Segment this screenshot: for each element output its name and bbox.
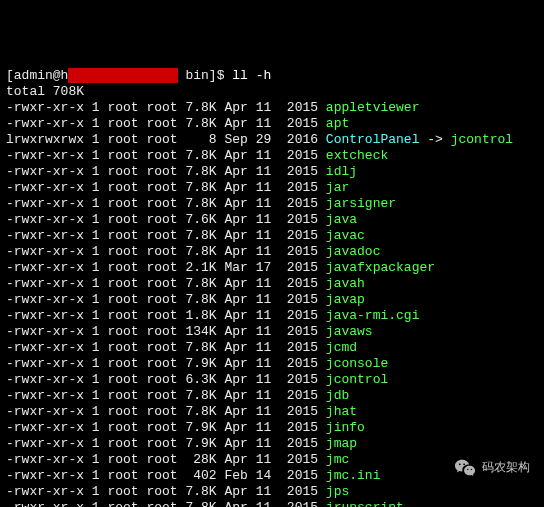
file-name: jmap bbox=[326, 436, 357, 451]
file-row: -rwxr-xr-x 1 root root 7.8K Apr 11 2015 … bbox=[6, 500, 538, 507]
file-name: jar bbox=[326, 180, 349, 195]
file-name: ControlPanel bbox=[326, 132, 420, 147]
file-name: jhat bbox=[326, 404, 357, 419]
file-row: -rwxr-xr-x 1 root root 7.8K Apr 11 2015 … bbox=[6, 292, 538, 308]
file-row: -rwxr-xr-x 1 root root 7.8K Apr 11 2015 … bbox=[6, 340, 538, 356]
file-name: javaws bbox=[326, 324, 373, 339]
file-name: jmc.ini bbox=[326, 468, 381, 483]
file-name: javah bbox=[326, 276, 365, 291]
file-row: -rwxr-xr-x 1 root root 7.8K Apr 11 2015 … bbox=[6, 196, 538, 212]
file-name: jinfo bbox=[326, 420, 365, 435]
file-name: jps bbox=[326, 484, 349, 499]
file-name: jcmd bbox=[326, 340, 357, 355]
file-row: -rwxr-xr-x 1 root root 7.9K Apr 11 2015 … bbox=[6, 436, 538, 452]
file-row: -rwxr-xr-x 1 root root 1.8K Apr 11 2015 … bbox=[6, 308, 538, 324]
file-name: extcheck bbox=[326, 148, 388, 163]
file-name: javac bbox=[326, 228, 365, 243]
file-name: jmc bbox=[326, 452, 349, 467]
file-row: -rwxr-xr-x 1 root root 7.8K Apr 11 2015 … bbox=[6, 484, 538, 500]
file-row: -rwxr-xr-x 1 root root 2.1K Mar 17 2015 … bbox=[6, 260, 538, 276]
file-name: jarsigner bbox=[326, 196, 396, 211]
file-row: -rwxr-xr-x 1 root root 7.8K Apr 11 2015 … bbox=[6, 388, 538, 404]
file-name: java bbox=[326, 212, 357, 227]
file-row: -rwxr-xr-x 1 root root 7.9K Apr 11 2015 … bbox=[6, 420, 538, 436]
file-row: -rwxr-xr-x 1 root root 6.3K Apr 11 2015 … bbox=[6, 372, 538, 388]
file-name: jcontrol bbox=[326, 372, 388, 387]
prompt-command: ll -h bbox=[232, 68, 271, 83]
prompt-suffix: bin]$ bbox=[178, 68, 233, 83]
terminal-output[interactable]: [admin@h██████████████ bin]$ ll -htotal … bbox=[6, 68, 538, 507]
file-row: -rwxr-xr-x 1 root root 7.9K Apr 11 2015 … bbox=[6, 356, 538, 372]
file-row: -rwxr-xr-x 1 root root 7.8K Apr 11 2015 … bbox=[6, 148, 538, 164]
file-name: javadoc bbox=[326, 244, 381, 259]
file-row: -rwxr-xr-x 1 root root 7.8K Apr 11 2015 … bbox=[6, 244, 538, 260]
file-row: -rwxr-xr-x 1 root root 7.8K Apr 11 2015 … bbox=[6, 228, 538, 244]
file-row: -rwxr-xr-x 1 root root 134K Apr 11 2015 … bbox=[6, 324, 538, 340]
file-name: jconsole bbox=[326, 356, 388, 371]
file-row: -rwxr-xr-x 1 root root 7.8K Apr 11 2015 … bbox=[6, 164, 538, 180]
watermark-text: 码农架构 bbox=[482, 460, 530, 476]
file-row: lrwxrwxrwx 1 root root 8 Sep 29 2016 Con… bbox=[6, 132, 538, 148]
file-name: apt bbox=[326, 116, 349, 131]
file-name: javap bbox=[326, 292, 365, 307]
file-row: -rwxr-xr-x 1 root root 7.8K Apr 11 2015 … bbox=[6, 116, 538, 132]
file-name: idlj bbox=[326, 164, 357, 179]
wechat-icon bbox=[454, 457, 476, 479]
prompt-user: [admin@h bbox=[6, 68, 68, 83]
file-row: -rwxr-xr-x 1 root root 7.6K Apr 11 2015 … bbox=[6, 212, 538, 228]
file-name: java-rmi.cgi bbox=[326, 308, 420, 323]
file-name: javafxpackager bbox=[326, 260, 435, 275]
file-row: -rwxr-xr-x 1 root root 7.8K Apr 11 2015 … bbox=[6, 276, 538, 292]
watermark: 码农架构 bbox=[454, 457, 530, 479]
file-name: jdb bbox=[326, 388, 349, 403]
prompt-redacted: ██████████████ bbox=[68, 68, 177, 83]
file-name: jrunscript bbox=[326, 500, 404, 507]
file-link-target: jcontrol bbox=[451, 132, 513, 147]
file-row: -rwxr-xr-x 1 root root 7.8K Apr 11 2015 … bbox=[6, 100, 538, 116]
file-name: appletviewer bbox=[326, 100, 420, 115]
prompt-line: [admin@h██████████████ bin]$ ll -h bbox=[6, 68, 538, 84]
total-line: total 708K bbox=[6, 84, 538, 100]
file-row: -rwxr-xr-x 1 root root 7.8K Apr 11 2015 … bbox=[6, 404, 538, 420]
file-row: -rwxr-xr-x 1 root root 7.8K Apr 11 2015 … bbox=[6, 180, 538, 196]
